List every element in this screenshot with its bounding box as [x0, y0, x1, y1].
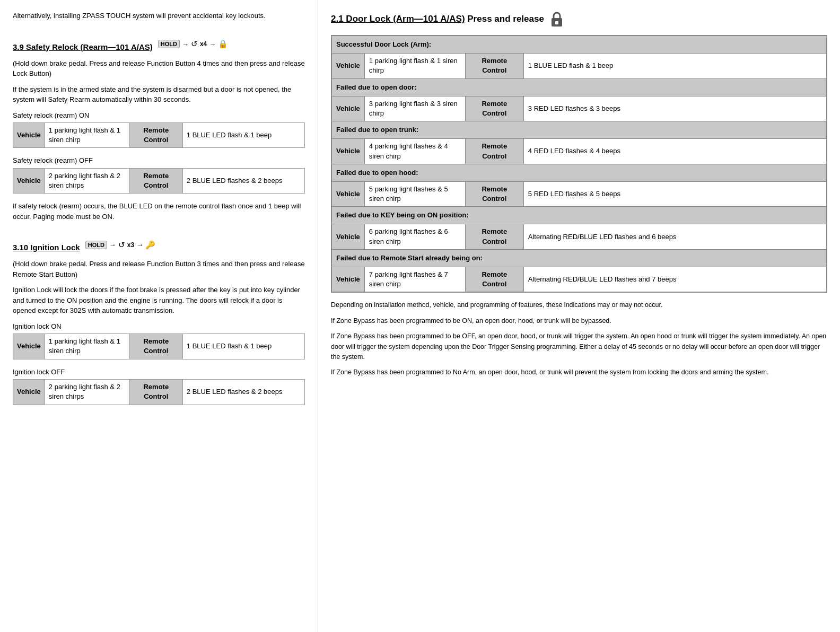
- lock-on-table: Vehicle 1 parking light flash & 1 siren …: [13, 333, 305, 359]
- rearm-on-label: Safety relock (rearm) ON: [13, 110, 305, 121]
- svg-rect-1: [555, 21, 558, 24]
- footer-3: If Zone Bypass has been programmed to be…: [331, 331, 827, 362]
- section-310-desc2: Ignition Lock will lock the doors if the…: [13, 285, 305, 316]
- door-lock-inner-table: Successful Door Lock (Arm): Vehicle 1 pa…: [331, 36, 827, 292]
- rearm-on-data: 1 parking light flash & 1 siren chirp: [45, 123, 129, 148]
- remote-start-data: 7 parking light flashes & 7 siren chirp: [364, 267, 465, 292]
- rearm-off-result: 2 BLUE LED flashes & 2 beeps: [182, 168, 304, 193]
- x3-label: x3: [127, 241, 134, 249]
- lock-off-data: 2 parking light flash & 2 siren chirps: [45, 380, 129, 405]
- rearm-off-remote: Remote Control: [129, 168, 182, 193]
- section-39-desc2: If the system is in the armed state and …: [13, 84, 305, 105]
- lock-off-label: Ignition lock OFF: [13, 367, 305, 378]
- footer-2: If Zone Bypass has been programmed to be…: [331, 316, 827, 326]
- key-symbol: 🔑: [145, 240, 155, 250]
- section-header-3: Failed due to open trunk:: [332, 121, 827, 139]
- row-key-on: Vehicle 6 parking light flashes & 6 sire…: [332, 224, 827, 249]
- success-data: 1 parking light flash & 1 siren chirp: [364, 54, 465, 78]
- right-title: 2.1 Door Lock (Arm—101 A/AS) Press and r…: [331, 11, 827, 28]
- remote-start-result: Alternating RED/BLUE LED flashes and 7 b…: [523, 267, 826, 292]
- section-310: 3.10 Ignition Lock HOLD → ↺ x3 → 🔑 (Hold…: [13, 233, 305, 405]
- lock-off-result: 2 BLUE LED flashes & 2 beeps: [182, 380, 304, 405]
- key-on-result: Alternating RED/BLUE LED flashes and 6 b…: [523, 224, 826, 249]
- key-on-vehicle: Vehicle: [332, 224, 365, 249]
- footer-section: Depending on installation method, vehicl…: [331, 300, 827, 378]
- rearm-off-vehicle: Vehicle: [13, 168, 45, 193]
- lock-on-data: 1 parking light flash & 1 siren chirp: [45, 334, 129, 359]
- section-39-title: 3.9 Safety Relock (Rearm—101 A/AS): [13, 42, 153, 51]
- right-title-rest: Press and release: [467, 14, 544, 24]
- hold-badge2: HOLD: [85, 241, 107, 249]
- open-door-remote: Remote Control: [465, 96, 523, 121]
- rearm-off-data: 2 parking light flash & 2 siren chirps: [45, 168, 129, 193]
- success-vehicle: Vehicle: [332, 54, 365, 78]
- header-3-text: Failed due to open trunk:: [332, 121, 827, 139]
- footer-1: Depending on installation method, vehicl…: [331, 300, 827, 310]
- section-39: 3.9 Safety Relock (Rearm—101 A/AS) HOLD …: [13, 33, 305, 222]
- section-310-desc1: (Hold down brake pedal. Press and releas…: [13, 259, 305, 279]
- header-4-text: Failed due to open hood:: [332, 164, 827, 181]
- arrow2: →: [209, 40, 216, 48]
- open-hood-vehicle: Vehicle: [332, 181, 365, 206]
- door-lock-table: Successful Door Lock (Arm): Vehicle 1 pa…: [331, 35, 827, 293]
- remote-start-remote: Remote Control: [465, 267, 523, 292]
- open-trunk-remote: Remote Control: [465, 139, 523, 164]
- section-header-2: Failed due to open door:: [332, 78, 827, 96]
- lock-on-label: Ignition lock ON: [13, 321, 305, 332]
- lock-on-remote: Remote Control: [129, 334, 182, 359]
- key-on-remote: Remote Control: [465, 224, 523, 249]
- arrow3: →: [109, 241, 116, 249]
- rearm-on-remote: Remote Control: [129, 123, 182, 148]
- arrow4: →: [136, 241, 143, 249]
- rotate-icon: ↺: [191, 39, 198, 49]
- section-310-sequence: HOLD → ↺ x3 → 🔑: [85, 240, 156, 250]
- key-on-data: 6 parking light flashes & 6 siren chirp: [364, 224, 465, 249]
- open-hood-remote: Remote Control: [465, 181, 523, 206]
- right-column: 2.1 Door Lock (Arm—101 A/AS) Press and r…: [318, 0, 840, 632]
- success-result: 1 BLUE LED flash & 1 beep: [523, 54, 826, 78]
- lock-off-table: Vehicle 2 parking light flash & 2 siren …: [13, 379, 305, 405]
- rotate-icon2: ↺: [118, 240, 125, 250]
- rearm-off-label: Safety relock (rearm) OFF: [13, 155, 305, 166]
- row-open-hood: Vehicle 5 parking light flashes & 5 sire…: [332, 181, 827, 206]
- remote-start-vehicle: Vehicle: [332, 267, 365, 292]
- header-1-text: Successful Door Lock (Arm):: [332, 36, 827, 54]
- rearm-on-table: Vehicle 1 parking light flash & 1 siren …: [13, 122, 305, 148]
- header-5-text: Failed due to KEY being on ON position:: [332, 207, 827, 224]
- header-6-text: Failed due to Remote Start already being…: [332, 249, 827, 267]
- footer-4: If Zone Bypass has been programmed to No…: [331, 367, 827, 378]
- section-header-6: Failed due to Remote Start already being…: [332, 249, 827, 267]
- rearm-on-result: 1 BLUE LED flash & 1 beep: [182, 123, 304, 148]
- open-trunk-data: 4 parking light flashes & 4 siren chirp: [364, 139, 465, 164]
- lock-on-vehicle: Vehicle: [13, 334, 45, 359]
- open-hood-result: 5 RED LED flashes & 5 beeps: [523, 181, 826, 206]
- section-39-sequence: HOLD → ↺ x4 → 🔒: [158, 39, 229, 49]
- lock-symbol: 🔒: [218, 39, 228, 49]
- section-39-desc1: (Hold down brake pedal. Press and releas…: [13, 58, 305, 79]
- row-open-door: Vehicle 3 parking light flash & 3 siren …: [332, 96, 827, 121]
- arrow1: →: [182, 40, 189, 48]
- section-header-1: Successful Door Lock (Arm):: [332, 36, 827, 54]
- header-2-text: Failed due to open door:: [332, 78, 827, 96]
- lock-off-remote: Remote Control: [129, 380, 182, 405]
- x4-label: x4: [200, 40, 207, 48]
- lock-off-vehicle: Vehicle: [13, 380, 45, 405]
- hold-badge: HOLD: [158, 40, 180, 48]
- left-column: Alternatively, installing ZPASS TOUCH sy…: [0, 0, 318, 632]
- row-remote-start: Vehicle 7 parking light flashes & 7 sire…: [332, 267, 827, 292]
- right-title-underline: 2.1 Door Lock (Arm—101 A/AS): [331, 14, 465, 24]
- section-39-desc3: If safety relock (rearm) occurs, the BLU…: [13, 201, 305, 222]
- lock-icon: [549, 11, 564, 28]
- success-remote: Remote Control: [465, 54, 523, 78]
- section-310-title: 3.10 Ignition Lock: [13, 243, 80, 252]
- section-header-4: Failed due to open hood:: [332, 164, 827, 181]
- section-header-5: Failed due to KEY being on ON position:: [332, 207, 827, 224]
- open-trunk-result: 4 RED LED flashes & 4 beeps: [523, 139, 826, 164]
- intro-text: Alternatively, installing ZPASS TOUCH sy…: [13, 11, 305, 21]
- open-trunk-vehicle: Vehicle: [332, 139, 365, 164]
- open-door-data: 3 parking light flash & 3 siren chirp: [364, 96, 465, 121]
- open-hood-data: 5 parking light flashes & 5 siren chirp: [364, 181, 465, 206]
- lock-on-result: 1 BLUE LED flash & 1 beep: [182, 334, 304, 359]
- rearm-on-vehicle: Vehicle: [13, 123, 45, 148]
- rearm-off-table: Vehicle 2 parking light flash & 2 siren …: [13, 168, 305, 194]
